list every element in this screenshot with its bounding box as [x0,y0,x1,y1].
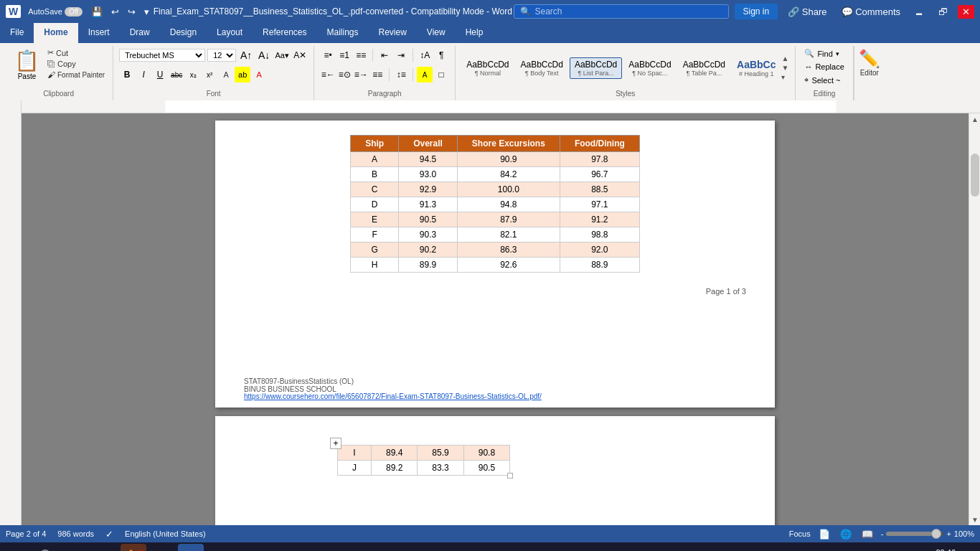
task-view-button[interactable]: ❑ [63,544,89,551]
zoom-in-button[interactable]: + [946,529,951,538]
italic-button[interactable]: I [136,67,151,83]
sort-button[interactable]: ↕A [417,47,433,63]
styles-group: AaBbCcDd ¶ Normal AaBbCcDd ¶ Body Text A… [456,46,796,100]
styles-scroll-up[interactable]: ▲ [781,54,789,63]
bullets-button[interactable]: ≡• [320,47,336,63]
restore-button[interactable]: 🗗 [934,5,952,19]
scroll-down-arrow[interactable]: ▼ [969,514,980,525]
close-button[interactable]: ✕ [958,5,974,19]
style-heading1[interactable]: AaBbCc # Heading 1 [732,57,781,80]
search-input[interactable] [535,6,715,17]
zoom-out-button[interactable]: - [881,529,884,538]
customize-button[interactable]: ▾ [141,5,152,19]
tab-review[interactable]: Review [369,23,417,43]
multilevel-button[interactable]: ≡≡ [353,47,369,63]
minimize-button[interactable]: 🗕 [910,5,928,19]
subscript-button[interactable]: x₂ [185,67,201,83]
shrink-font-button[interactable]: A↓ [256,47,272,63]
tab-insert[interactable]: Insert [78,23,120,43]
scroll-up-arrow[interactable]: ▲ [969,113,980,125]
increase-indent-button[interactable]: ⇥ [393,47,409,63]
select-button[interactable]: ⌖ Select ~ [801,74,847,86]
undo-button[interactable]: ↩ [108,5,122,19]
font-size-select[interactable]: 12 [207,49,236,62]
language[interactable]: English (United States) [125,529,206,538]
view-read-button[interactable]: 📖 [859,528,875,540]
page-1: Ship Overall Shore Excursions Food/Dinin… [215,121,775,408]
align-right-button[interactable]: ≡→ [353,67,369,83]
view-web-button[interactable]: 🌐 [838,528,854,540]
underline-button[interactable]: U [152,67,168,83]
font-name-select[interactable]: Trebuchet MS [119,49,205,62]
style-normal[interactable]: AaBbCcDd ¶ Normal [461,57,514,79]
file-explorer-button[interactable]: 📁 [92,544,118,551]
tab-view[interactable]: View [417,23,456,43]
scroll-thumb[interactable] [971,154,979,197]
zoom-thumb[interactable] [931,529,941,539]
styles-expand[interactable]: ▾ [781,72,789,82]
view-print-button[interactable]: 📄 [816,528,832,540]
document-area[interactable]: Ship Overall Shore Excursions Food/Dinin… [22,113,969,525]
align-left-button[interactable]: ≡← [320,67,336,83]
style-no-space[interactable]: AaBbCcDd ¶ No Spac... [623,57,676,79]
start-button[interactable]: ⊞ [3,542,32,551]
tab-file[interactable]: File [0,23,34,43]
save-button[interactable]: 💾 [88,5,105,19]
shading-button[interactable]: A [417,67,433,83]
numbering-button[interactable]: ≡1 [336,47,352,63]
style-table-para[interactable]: AaBbCcDd ¶ Table Pa... [678,57,730,79]
clock[interactable]: 22:46 10/11/2020 [916,548,956,551]
change-case-button[interactable]: Aa▾ [274,47,290,63]
border-button[interactable]: □ [433,67,449,83]
redo-button[interactable]: ↪ [125,5,138,19]
autosave-toggle[interactable]: AutoSave Off [25,6,85,18]
copy-button[interactable]: ⿻ Copy [45,59,107,69]
align-center-button[interactable]: ≡⊙ [336,67,352,83]
sign-in-button[interactable]: Sign in [735,4,778,19]
table-resize-handle[interactable] [507,473,513,479]
notifications-button[interactable]: 🔔3 [121,544,146,551]
strikethrough-button[interactable]: abc [169,67,184,83]
tab-draw[interactable]: Draw [120,23,160,43]
chrome-button[interactable]: ◉ [149,544,175,551]
table-add-button[interactable]: + [330,438,341,449]
tab-design[interactable]: Design [160,23,207,43]
justify-button[interactable]: ≡≡ [369,67,385,83]
tab-layout[interactable]: Layout [207,23,253,43]
search-taskbar-button[interactable]: 🔍 [34,544,60,551]
format-painter-button[interactable]: 🖌 Format Painter [45,70,107,80]
grow-font-button[interactable]: A↑ [238,47,254,63]
focus-button[interactable]: Focus [789,529,811,538]
comments-button[interactable]: 💬 Comments [837,5,905,19]
title-bar: W AutoSave Off 💾 ↩ ↪ ▾ Final_Exam_STAT80… [0,0,980,23]
share-button[interactable]: 🔗 Share [783,5,831,19]
line-spacing-button[interactable]: ↕≡ [393,67,409,83]
tab-home[interactable]: Home [34,23,77,43]
tab-references[interactable]: References [253,23,316,43]
word-taskbar-button[interactable]: W [178,544,204,551]
decrease-indent-button[interactable]: ⇤ [377,47,392,63]
clear-format-button[interactable]: A✕ [292,47,308,63]
paste-button[interactable]: 📋 Paste [10,47,44,82]
footer-url[interactable]: https://www.coursehero.com/file/65607872… [244,392,542,400]
font-color-button[interactable]: A [251,67,267,83]
style-body-text[interactable]: AaBbCcDd ¶ Body Text [516,57,568,79]
highlight-button[interactable]: ab [235,67,250,83]
tab-help[interactable]: Help [456,23,494,43]
bold-button[interactable]: B [119,67,135,83]
zoom-slider[interactable] [886,532,943,536]
style-list-para[interactable]: AaBbCcDd ¶ List Para... [570,57,622,79]
styles-scroll-down[interactable]: ▼ [781,63,789,72]
vertical-scrollbar[interactable]: ▲ ▼ [969,113,980,525]
text-effects-button[interactable]: A [218,67,234,83]
superscript-button[interactable]: x² [202,67,217,83]
ruler-svg [22,100,980,113]
show-hide-button[interactable]: ¶ [433,47,449,63]
cut-button[interactable]: ✂ Cut [45,47,107,58]
search-bar[interactable]: 🔍 [514,4,729,19]
scroll-track[interactable] [969,125,980,514]
replace-button[interactable]: ↔ Replace [801,61,847,72]
tab-mailings[interactable]: Mailings [316,23,368,43]
find-button[interactable]: 🔍 Find ▾ [801,47,847,60]
spelling-check-icon[interactable]: ✓ [105,529,113,540]
